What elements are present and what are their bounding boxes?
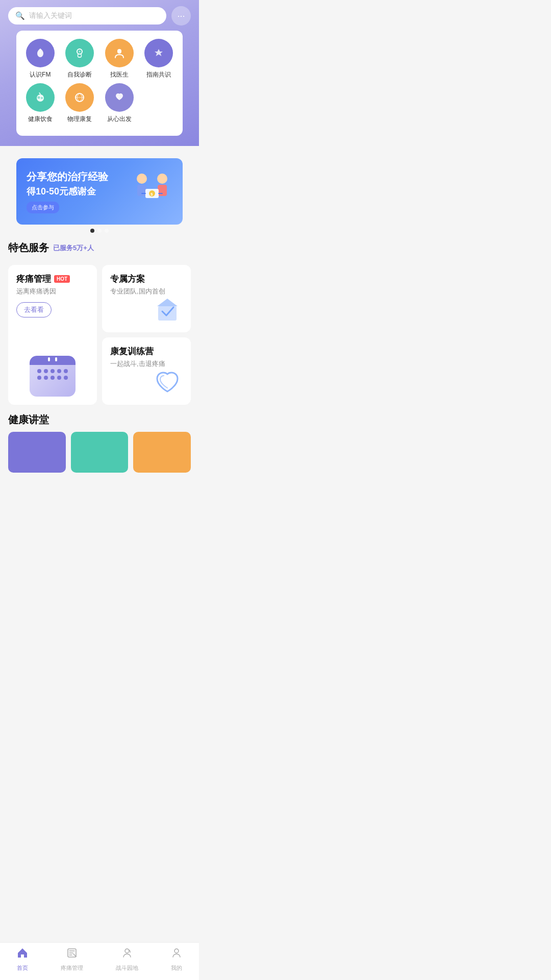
calendar-illustration: [16, 356, 89, 397]
nav-item-cong-xin-chufa[interactable]: 从心出发: [101, 83, 138, 124]
health-lecture-title: 健康讲堂: [8, 413, 191, 427]
svg-point-4: [37, 96, 40, 99]
svg-point-9: [157, 174, 167, 184]
featured-services-header: 特色服务 已服务5万+人: [0, 233, 199, 265]
ziwo-zhenduan-label: 自我诊断: [67, 70, 92, 79]
message-button[interactable]: ···: [171, 6, 191, 26]
renshi-fm-icon: [26, 39, 55, 67]
recovery-camp-card[interactable]: 康复训练营 一起战斗,击退疼痛: [102, 337, 191, 405]
icon-row-1: 认识FM 自我诊断: [20, 39, 179, 79]
svg-text:$: $: [151, 192, 153, 197]
svg-rect-2: [117, 49, 121, 54]
featured-services-title: 特色服务: [8, 241, 49, 255]
banner-text: 分享您的治疗经验 得10-50元感谢金 点击参与: [16, 162, 121, 222]
nav-item-renshi-fm[interactable]: 认识FM: [22, 39, 59, 79]
cong-xin-chufa-label: 从心出发: [107, 115, 132, 124]
dot-2: [97, 229, 102, 233]
svg-point-7: [137, 174, 147, 184]
promo-banner[interactable]: 分享您的治疗经验 得10-50元感谢金 点击参与 $: [16, 158, 183, 225]
wuli-kangfu-icon: [65, 83, 94, 112]
icon-grid-card: 认识FM 自我诊断: [16, 31, 183, 136]
health-lecture-section: 健康讲堂: [0, 413, 199, 513]
search-placeholder: 请输入关键词: [29, 11, 72, 20]
lecture-card-2[interactable]: [71, 432, 129, 473]
pain-management-card-desc: 远离疼痛诱因: [16, 287, 89, 296]
lecture-card-3[interactable]: [133, 432, 191, 473]
jiankang-yinshi-label: 健康饮食: [28, 115, 53, 124]
exclusive-plan-icon: [110, 296, 183, 324]
search-bar[interactable]: 🔍 请输入关键词: [8, 7, 166, 24]
message-icon: ···: [177, 11, 185, 21]
wuli-kangfu-label: 物理康复: [67, 115, 92, 124]
zhao-yisheng-label: 找医生: [110, 70, 129, 79]
nav-item-zhao-yisheng[interactable]: 找医生: [101, 39, 138, 79]
header: 🔍 请输入关键词 ··· 认识FM: [0, 0, 199, 146]
banner-cta[interactable]: 点击参与: [27, 202, 59, 213]
banner-dots: [8, 229, 191, 233]
exclusive-plan-card[interactable]: 专属方案 专业团队,国内首创: [102, 265, 191, 332]
nav-item-ziwo-zhenduan[interactable]: 自我诊断: [61, 39, 98, 79]
ziwo-zhenduan-icon: [65, 39, 94, 67]
zhinan-gongshi-icon: [144, 39, 173, 67]
banner-title: 分享您的治疗经验: [27, 170, 111, 183]
service-grid: 疼痛管理 HOT 远离疼痛诱因 去看看: [0, 265, 199, 413]
recovery-camp-desc: 一起战斗,击退疼痛: [110, 359, 183, 369]
banner-subtitle: 得10-50元感谢金: [27, 185, 111, 198]
nav-item-jiankang-yinshi[interactable]: 健康饮食: [22, 83, 59, 124]
pain-management-card[interactable]: 疼痛管理 HOT 远离疼痛诱因 去看看: [8, 265, 97, 405]
renshi-fm-label: 认识FM: [30, 70, 51, 79]
svg-point-5: [41, 97, 43, 99]
banner-illustration: $: [121, 158, 183, 225]
featured-services-sub: 已服务5万+人: [53, 243, 94, 253]
exclusive-plan-desc: 专业团队,国内首创: [110, 287, 183, 296]
exclusive-plan-title: 专属方案: [110, 273, 183, 285]
jiankang-yinshi-icon: [26, 83, 55, 112]
cong-xin-chufa-icon: [105, 83, 134, 112]
search-icon: 🔍: [15, 11, 25, 20]
pain-management-card-title: 疼痛管理 HOT: [16, 273, 89, 285]
lecture-card-1[interactable]: [8, 432, 66, 473]
pain-management-card-btn[interactable]: 去看看: [16, 302, 52, 317]
nav-item-zhinan-gongshi[interactable]: 指南共识: [140, 39, 177, 79]
zhao-yisheng-icon: [105, 39, 134, 67]
recovery-camp-title: 康复训练营: [110, 346, 183, 357]
dot-3: [105, 229, 109, 233]
recovery-camp-icon: [110, 369, 183, 397]
dot-1: [90, 229, 94, 233]
zhinan-gongshi-label: 指南共识: [146, 70, 171, 79]
nav-item-wuli-kangfu[interactable]: 物理康复: [61, 83, 98, 124]
lecture-cards: [8, 432, 191, 513]
svg-point-1: [79, 51, 81, 53]
icon-row-2: 健康饮食 物理康复: [20, 83, 179, 124]
svg-rect-10: [158, 185, 167, 196]
svg-rect-8: [137, 185, 146, 196]
hot-badge: HOT: [54, 275, 70, 283]
